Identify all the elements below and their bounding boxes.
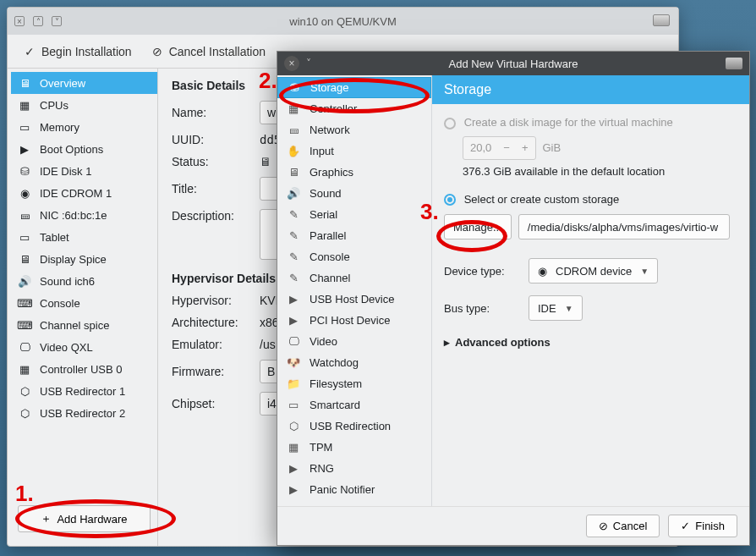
- device-type-value: CDROM device: [556, 265, 632, 278]
- parallel-icon: ✎: [286, 229, 301, 242]
- category-label: PCI Host Device: [310, 314, 390, 327]
- storage-path-input[interactable]: /media/disks/alpha/vms/images/virtio-w: [518, 214, 730, 239]
- sidebar-item-label: Tablet: [40, 231, 69, 244]
- sidebar-item-usb-ctrl[interactable]: ▦Controller USB 0: [11, 358, 157, 380]
- sidebar-item-label: Memory: [40, 121, 79, 134]
- sidebar-item-label: Display Spice: [40, 253, 107, 266]
- sidebar-item-label: Video QXL: [40, 341, 93, 354]
- category-channel[interactable]: ✎Channel: [277, 267, 431, 289]
- controller-icon: ▦: [286, 102, 301, 115]
- cancel-button[interactable]: ⊘ Cancel: [586, 515, 660, 537]
- sidebar-item-disk1[interactable]: ⛁IDE Disk 1: [11, 160, 157, 182]
- size-value: 20,0: [470, 141, 491, 154]
- vm-app-icon: [653, 14, 670, 26]
- category-label: Graphics: [310, 166, 353, 179]
- sidebar-item-console[interactable]: ⌨Console: [11, 292, 157, 314]
- category-graphics[interactable]: 🖥Graphics: [277, 162, 431, 183]
- sidebar-item-overview[interactable]: 🖥Overview: [11, 72, 157, 94]
- finish-btn-label: Finish: [695, 520, 725, 532]
- play-icon: ▶: [286, 462, 301, 475]
- sound-icon: 🔊: [16, 274, 33, 288]
- finish-button[interactable]: ✓ Finish: [668, 515, 737, 537]
- sidebar-item-cdrom1[interactable]: ◉IDE CDROM 1: [11, 182, 157, 204]
- radio-create-disk[interactable]: [444, 118, 456, 129]
- category-sound[interactable]: 🔊Sound: [277, 183, 431, 204]
- chip-icon: ▦: [286, 441, 301, 454]
- play-icon: ▶: [286, 483, 301, 496]
- cancel-install-button[interactable]: ⊘ Cancel Installation: [152, 45, 266, 58]
- cancel-icon: ⊘: [599, 520, 608, 532]
- panel-title: Storage: [432, 75, 749, 104]
- sidebar-item-label: Boot Options: [40, 143, 103, 156]
- sidebar-item-sound[interactable]: 🔊Sound ich6: [11, 270, 157, 292]
- radio-custom-storage[interactable]: [444, 194, 456, 206]
- category-storage[interactable]: ⛃Storage: [277, 77, 431, 98]
- bus-type-combo[interactable]: IDE ▼: [529, 295, 583, 321]
- category-label: Parallel: [310, 229, 346, 242]
- category-parallel[interactable]: ✎Parallel: [277, 225, 431, 246]
- arch-label: Architecture:: [172, 316, 249, 329]
- size-spinner[interactable]: 20,0 − +: [463, 136, 536, 160]
- category-tpm[interactable]: ▦TPM: [277, 437, 431, 458]
- sidebar-item-video[interactable]: 🖵Video QXL: [11, 336, 157, 358]
- category-smartcard[interactable]: ▭Smartcard: [277, 394, 431, 416]
- sidebar-item-cpus[interactable]: ▦CPUs: [11, 94, 157, 116]
- sidebar-item-label: IDE Disk 1: [40, 165, 91, 178]
- category-rng[interactable]: ▶RNG: [277, 458, 431, 479]
- check-icon: ✓: [25, 45, 35, 58]
- begin-install-button[interactable]: ✓ Begin Installation: [25, 45, 132, 58]
- plus-icon[interactable]: +: [522, 141, 529, 154]
- sidebar-item-boot[interactable]: ▶Boot Options: [11, 138, 157, 160]
- uuid-label: UUID:: [172, 133, 249, 146]
- sidebar-item-display[interactable]: 🖥Display Spice: [11, 248, 157, 270]
- channel-icon: ✎: [286, 272, 301, 284]
- bus-type-value: IDE: [538, 302, 556, 315]
- category-usbredir[interactable]: ⬡USB Redirection: [277, 416, 431, 437]
- category-list: ⛃Storage ▦Controller 🝚Network ✋Input 🖥Gr…: [277, 75, 432, 506]
- category-filesystem[interactable]: 📁Filesystem: [277, 373, 431, 394]
- sidebar-item-label: USB Redirector 1: [40, 385, 125, 398]
- sidebar-item-usbredir2[interactable]: ⬡USB Redirector 2: [11, 402, 157, 424]
- size-unit: GiB: [543, 141, 562, 154]
- video-icon: 🖵: [286, 335, 301, 348]
- caret-down-icon: ▼: [640, 267, 649, 276]
- manage-button[interactable]: Manage...: [444, 214, 512, 239]
- add-hardware-button[interactable]: ＋ Add Hardware: [18, 505, 151, 532]
- play-icon: ▶: [286, 293, 301, 306]
- check-icon: ✓: [681, 520, 690, 532]
- name-label: Name:: [172, 106, 249, 119]
- category-network[interactable]: 🝚Network: [277, 119, 431, 140]
- title-label: Title:: [172, 182, 249, 195]
- video-icon: 🖵: [16, 340, 33, 354]
- category-pcihost[interactable]: ▶PCI Host Device: [277, 310, 431, 331]
- minus-icon[interactable]: −: [503, 141, 510, 154]
- dialog-titlebar: × ˅ Add New Virtual Hardware: [277, 52, 749, 75]
- sidebar-item-tablet[interactable]: ▭Tablet: [11, 226, 157, 248]
- sidebar-item-channel[interactable]: ⌨Channel spice: [11, 314, 157, 336]
- sidebar-item-memory[interactable]: ▭Memory: [11, 116, 157, 138]
- category-panic[interactable]: ▶Panic Notifier: [277, 479, 431, 500]
- category-serial[interactable]: ✎Serial: [277, 204, 431, 225]
- category-controller[interactable]: ▦Controller: [277, 98, 431, 119]
- category-console[interactable]: ✎Console: [277, 246, 431, 267]
- category-usbhost[interactable]: ▶USB Host Device: [277, 289, 431, 310]
- desc-label: Description:: [172, 209, 249, 223]
- dialog-title: Add New Virtual Hardware: [277, 58, 749, 70]
- category-watchdog[interactable]: 🐶Watchdog: [277, 352, 431, 373]
- sidebar-item-nic[interactable]: 🝚NIC :6d:bc:1e: [11, 204, 157, 226]
- sidebar-item-usbredir1[interactable]: ⬡USB Redirector 1: [11, 380, 157, 402]
- category-video[interactable]: 🖵Video: [277, 331, 431, 352]
- add-hw-label: Add Hardware: [57, 513, 127, 526]
- tablet-icon: ▭: [16, 230, 33, 244]
- device-type-combo[interactable]: ◉ CDROM device ▼: [529, 258, 658, 284]
- disk-icon: ⛁: [16, 164, 33, 178]
- network-icon: 🝚: [286, 124, 301, 136]
- category-label: USB Redirection: [310, 420, 391, 432]
- category-input[interactable]: ✋Input: [277, 140, 431, 162]
- category-label: Sound: [310, 187, 342, 200]
- begin-label: Begin Installation: [41, 45, 132, 58]
- sidebar-item-label: Controller USB 0: [40, 363, 123, 376]
- category-label: Filesystem: [310, 377, 362, 390]
- advanced-options-toggle[interactable]: ▸ Advanced options: [444, 336, 737, 349]
- console-icon: ⌨: [16, 296, 33, 310]
